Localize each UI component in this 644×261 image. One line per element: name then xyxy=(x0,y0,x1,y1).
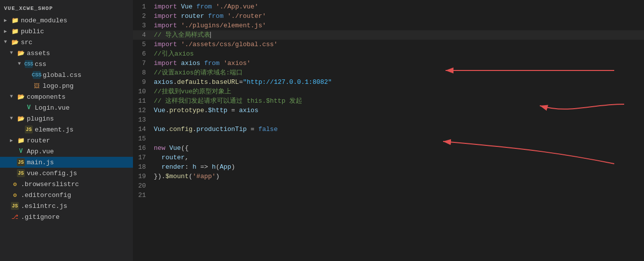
code-content[interactable]: 1 import Vue from './App.vue' 2 import r… xyxy=(133,0,644,261)
code-line-20: 20 xyxy=(133,181,644,191)
sidebar-item-label: css xyxy=(35,61,46,68)
code-line-5: 5 import './assets/css/global.css' xyxy=(133,40,644,49)
sidebar-item-element-js[interactable]: ▶ JS element.js xyxy=(0,124,133,135)
line-number: 2 xyxy=(133,11,154,21)
line-number: 20 xyxy=(133,181,154,191)
js-icon: JS xyxy=(25,126,33,133)
line-number: 9 xyxy=(133,77,154,87)
line-content: //挂载到vue的原型对象上 xyxy=(154,87,644,96)
sidebar-item-plugins[interactable]: ▼ 📂 plugins xyxy=(0,113,133,124)
folder-icon: 📁 xyxy=(11,27,19,35)
folder-icon: 📁 xyxy=(17,136,25,144)
chevron-right-icon: ▶ xyxy=(4,28,10,34)
sidebar-item-label: .gitignore xyxy=(21,213,60,221)
rc-icon: ⚙ xyxy=(11,191,19,199)
line-content: }).$mount('#app') xyxy=(154,172,644,181)
rc-icon: ⚙ xyxy=(11,180,19,188)
line-number: 16 xyxy=(133,143,154,153)
code-line-10: 10 //挂载到vue的原型对象上 xyxy=(133,87,644,96)
js-icon: JS xyxy=(17,169,25,177)
line-content: axios.defaults.baseURL="http://127.0.0.1… xyxy=(154,77,644,87)
sidebar-item-login-vue[interactable]: ▶ V Login.vue xyxy=(0,102,133,113)
sidebar-item-components[interactable]: ▼ 📂 components xyxy=(0,91,133,102)
line-number: 4 xyxy=(133,30,154,40)
line-content: //引入axios xyxy=(154,49,644,59)
sidebar-item-src[interactable]: ▼ 📂 src xyxy=(0,37,133,48)
code-line-13: 13 xyxy=(133,115,644,125)
sidebar-item-label: .browserslistrc xyxy=(21,181,79,188)
code-editor[interactable]: 1 import Vue from './App.vue' 2 import r… xyxy=(133,0,644,261)
folder-open-icon: 📂 xyxy=(17,115,25,123)
sidebar-item-label: src xyxy=(21,39,32,46)
line-content: import axios from 'axios' xyxy=(154,59,644,68)
line-number: 19 xyxy=(133,172,154,181)
sidebar-item-label: router xyxy=(27,137,50,144)
sidebar-item-node_modules[interactable]: ▶ 📁 node_modules xyxy=(0,15,133,26)
chevron-down-icon: ▼ xyxy=(18,61,24,67)
line-content: Vue.prototype.$http = axios xyxy=(154,106,644,115)
line-number: 21 xyxy=(133,191,154,200)
sidebar-item-eslintrc-js[interactable]: ▶ JS .eslintrc.js xyxy=(0,200,133,211)
code-line-16: 16 new Vue({ xyxy=(133,143,644,153)
sidebar-item-vue-config-js[interactable]: ▶ JS vue.config.js xyxy=(0,168,133,179)
line-number: 18 xyxy=(133,162,154,172)
sidebar-item-main-js[interactable]: ▶ JS main.js xyxy=(0,157,133,168)
code-line-8: 8 //设置axios的请求域名:端口 xyxy=(133,68,644,77)
code-line-4: 4 // 导入全局样式表 xyxy=(133,30,644,40)
code-line-2: 2 import router from './router' xyxy=(133,11,644,21)
code-line-21: 21 xyxy=(133,191,644,200)
sidebar-item-css[interactable]: ▼ CSS css xyxy=(0,59,133,69)
sidebar-item-label: public xyxy=(21,28,44,35)
line-number: 17 xyxy=(133,153,154,162)
sidebar-item-editorconfig[interactable]: ▶ ⚙ .editorconfig xyxy=(0,190,133,200)
file-explorer: VUE_XCWE_SHOP ▶ 📁 node_modules ▶ 📁 publi… xyxy=(0,0,133,261)
sidebar-item-global-css[interactable]: ▶ CSS global.css xyxy=(0,69,133,80)
vue-icon: V xyxy=(17,147,25,155)
line-number: 11 xyxy=(133,96,154,106)
sidebar-item-app-vue[interactable]: ▶ V App.vue xyxy=(0,146,133,157)
code-line-9: 9 axios.defaults.baseURL="http://127.0.0… xyxy=(133,77,644,87)
sidebar-item-gitignore[interactable]: ▶ ⎇ .gitignore xyxy=(0,211,133,222)
code-line-11: 11 // 这样我们发起请求可以通过 this.$http 发起 xyxy=(133,96,644,106)
sidebar-item-assets[interactable]: ▼ 📂 assets xyxy=(0,48,133,59)
code-line-6: 6 //引入axios xyxy=(133,49,644,59)
code-line-14: 14 Vue.config.productionTip = false xyxy=(133,125,644,134)
code-line-12: 12 Vue.prototype.$http = axios xyxy=(133,106,644,115)
sidebar-item-label: .eslintrc.js xyxy=(21,202,67,210)
sidebar-item-label: vue.config.js xyxy=(27,170,77,177)
sidebar-item-label: .editorconfig xyxy=(21,192,71,199)
code-line-18: 18 render: h => h(App) xyxy=(133,162,644,172)
sidebar-item-label: components xyxy=(27,93,65,101)
sidebar-item-router[interactable]: ▶ 📁 router xyxy=(0,135,133,146)
line-content: router, xyxy=(154,153,644,162)
chevron-down-icon: ▼ xyxy=(10,50,16,56)
line-number: 10 xyxy=(133,87,154,96)
code-line-15: 15 xyxy=(133,134,644,143)
line-number: 7 xyxy=(133,59,154,68)
git-icon: ⎇ xyxy=(11,213,19,221)
sidebar-item-label: plugins xyxy=(27,115,54,123)
line-number: 12 xyxy=(133,106,154,115)
sidebar-item-label: Login.vue xyxy=(35,104,69,112)
code-line-3: 3 import './plugins/element.js' xyxy=(133,21,644,30)
line-content: new Vue({ xyxy=(154,143,644,153)
line-number: 14 xyxy=(133,125,154,134)
line-number: 3 xyxy=(133,21,154,30)
folder-open-icon: 📂 xyxy=(17,93,25,101)
line-content: // 这样我们发起请求可以通过 this.$http 发起 xyxy=(154,96,644,106)
css-folder-icon: CSS xyxy=(25,60,33,68)
js-icon: JS xyxy=(17,158,25,166)
sidebar-item-public[interactable]: ▶ 📁 public xyxy=(0,26,133,37)
line-number: 15 xyxy=(133,134,154,143)
folder-icon: 📁 xyxy=(11,16,19,24)
folder-open-icon: 📂 xyxy=(11,38,19,46)
folder-open-icon: 📂 xyxy=(17,49,25,57)
sidebar-item-browserslistrc[interactable]: ▶ ⚙ .browserslistrc xyxy=(0,179,133,190)
sidebar-item-logo-png[interactable]: ▶ 🖼 logo.png xyxy=(0,80,133,91)
sidebar-item-label: global.css xyxy=(43,71,81,79)
sidebar-item-label: node_modules xyxy=(21,17,67,24)
chevron-down-icon: ▼ xyxy=(10,94,16,100)
chevron-right-icon: ▶ xyxy=(10,137,16,143)
explorer-title-text: VUE_XCWE_SHOP xyxy=(4,5,53,11)
vue-icon: V xyxy=(25,104,33,112)
